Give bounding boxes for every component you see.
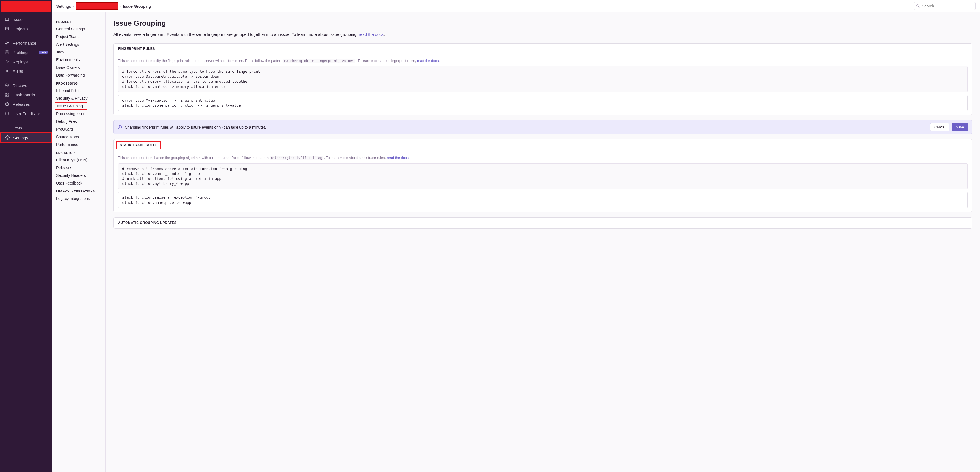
replays-icon: [4, 59, 10, 64]
auto-grouping-header: AUTOMATIC GROUPING UPDATES: [114, 218, 972, 228]
nav-label: Profiling: [13, 50, 27, 55]
svg-rect-4: [5, 52, 8, 53]
nav-label: Discover: [13, 83, 29, 88]
stacktrace-docs-link[interactable]: read the docs: [387, 156, 409, 160]
nav-label: Settings: [13, 136, 28, 140]
performance-icon: [4, 40, 10, 45]
stacktrace-panel: STACK TRACE RULES This can be used to en…: [113, 139, 972, 212]
dashboards-icon: [4, 92, 10, 97]
fingerprint-panel: FINGERPRINT RULES This can be used to mo…: [113, 43, 972, 115]
search-icon: [916, 4, 920, 8]
nav-discover[interactable]: Discover: [0, 81, 52, 90]
svg-marker-6: [6, 60, 8, 63]
sec-user-feedback[interactable]: User Feedback: [52, 179, 105, 187]
intro-text: All events have a fingerprint. Events wi…: [113, 31, 972, 38]
chevron-right-icon: ›: [73, 4, 74, 8]
breadcrumb: Settings › › Issue Grouping: [56, 3, 151, 10]
fingerprint-input[interactable]: error.type:MyException -> fingerprint-va…: [118, 95, 967, 111]
sec-legacy-integrations[interactable]: Legacy Integrations: [52, 195, 105, 203]
sec-processing-issues[interactable]: Processing Issues: [52, 110, 105, 118]
svg-rect-2: [5, 27, 8, 30]
svg-marker-13: [6, 85, 8, 86]
nav-issues[interactable]: Issues: [0, 14, 52, 24]
svg-rect-5: [5, 53, 8, 54]
nav-replays[interactable]: Replays: [0, 57, 52, 66]
nav-label: Performance: [13, 41, 37, 45]
svg-rect-16: [5, 95, 6, 96]
page-title: Issue Grouping: [113, 19, 972, 27]
notice-bar: Changing fingerprint rules will apply to…: [113, 120, 972, 134]
nav-label: Alerts: [13, 69, 23, 73]
auto-grouping-panel: AUTOMATIC GROUPING UPDATES: [113, 217, 972, 228]
cancel-button[interactable]: Cancel: [930, 123, 950, 131]
feedback-icon: [4, 111, 10, 116]
sec-source-maps[interactable]: Source Maps: [52, 133, 105, 141]
nav-user-feedback[interactable]: User Feedback: [0, 109, 52, 118]
group-title-sdk: SDK SETUP: [52, 148, 105, 156]
sec-issue-grouping[interactable]: Issue Grouping: [54, 102, 87, 110]
svg-rect-17: [7, 95, 8, 96]
svg-line-24: [919, 6, 920, 8]
crumb-settings[interactable]: Settings: [56, 4, 71, 8]
nav-profiling[interactable]: Profiling beta: [0, 48, 52, 57]
sec-project-teams[interactable]: Project Teams: [52, 33, 105, 40]
fingerprint-docs-link[interactable]: read the docs: [417, 59, 439, 63]
nav-projects[interactable]: Projects: [0, 24, 52, 33]
sec-client-keys[interactable]: Client Keys (DSN): [52, 156, 105, 164]
crumb-project-redacted[interactable]: [76, 3, 118, 10]
sec-releases[interactable]: Releases: [52, 164, 105, 172]
sec-tags[interactable]: Tags: [52, 48, 105, 56]
sec-issue-owners[interactable]: Issue Owners: [52, 64, 105, 71]
notice-message: Changing fingerprint rules will apply to…: [125, 125, 930, 129]
nav-releases[interactable]: Releases: [0, 99, 52, 109]
main-content: Issue Grouping All events have a fingerp…: [106, 13, 980, 472]
svg-rect-3: [5, 51, 8, 51]
sec-proguard[interactable]: ProGuard: [52, 125, 105, 133]
alerts-icon: [4, 69, 10, 73]
stacktrace-help: This can be used to enhance the grouping…: [118, 155, 967, 161]
sec-environments[interactable]: Environments: [52, 56, 105, 64]
fingerprint-help: This can be used to modify the fingerpri…: [118, 58, 967, 64]
save-button[interactable]: Save: [951, 123, 968, 131]
search-input[interactable]: [914, 2, 975, 10]
nav-dashboards[interactable]: Dashboards: [0, 90, 52, 99]
group-title-project: PROJECT: [52, 18, 105, 25]
sec-performance[interactable]: Performance: [52, 141, 105, 148]
sec-security-headers[interactable]: Security Headers: [52, 172, 105, 179]
crumb-current: Issue Grouping: [123, 4, 151, 8]
svg-rect-14: [5, 93, 6, 94]
svg-point-23: [917, 5, 919, 7]
nav-performance[interactable]: Performance: [0, 38, 52, 48]
nav-alerts[interactable]: Alerts: [0, 66, 52, 76]
sec-debug-files[interactable]: Debug Files: [52, 118, 105, 125]
stacktrace-example: # remove all frames above a certain func…: [118, 163, 967, 190]
nav-label: Releases: [13, 102, 30, 107]
sec-security-privacy[interactable]: Security & Privacy: [52, 94, 105, 102]
nav-stats[interactable]: Stats: [0, 123, 52, 132]
sec-data-forwarding[interactable]: Data Forwarding: [52, 71, 105, 79]
stacktrace-input[interactable]: stack.function:raise_an_exception ^-grou…: [118, 192, 967, 208]
svg-rect-15: [7, 93, 8, 94]
discover-icon: [4, 83, 10, 88]
sec-general-settings[interactable]: General Settings: [52, 25, 105, 33]
settings-sidebar: PROJECT General Settings Project Teams A…: [52, 13, 106, 472]
intro-docs-link[interactable]: read the docs: [359, 32, 384, 37]
fingerprint-example: # force all errors of the same type to h…: [118, 66, 967, 92]
nav-label: Replays: [13, 59, 27, 64]
stacktrace-header: STACK TRACE RULES: [116, 141, 161, 149]
group-title-processing: PROCESSING: [52, 79, 105, 87]
stats-icon: [4, 125, 10, 130]
topbar: Settings › › Issue Grouping: [52, 0, 980, 13]
nav-label: User Feedback: [13, 111, 41, 116]
search-wrap: [914, 2, 975, 10]
nav-settings[interactable]: Settings: [0, 132, 52, 143]
nav-label: Projects: [13, 26, 27, 31]
sec-alert-settings[interactable]: Alert Settings: [52, 40, 105, 48]
info-icon: [118, 125, 122, 129]
sec-inbound-filters[interactable]: Inbound Filters: [52, 87, 105, 94]
projects-icon: [4, 26, 10, 31]
settings-icon: [5, 135, 10, 140]
logo-redacted: [0, 0, 51, 12]
main-sidebar: Issues Projects Performance Profiling be…: [0, 0, 52, 472]
beta-badge: beta: [39, 51, 48, 54]
